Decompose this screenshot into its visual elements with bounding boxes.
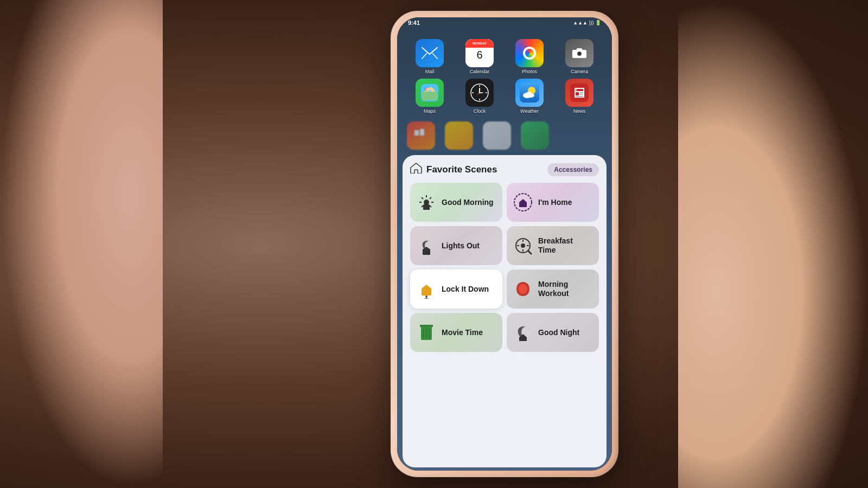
good-morning-icon [417, 192, 436, 212]
ios-homescreen: 9:41 ▲▲▲ ))) 🔋 [397, 17, 612, 471]
svg-rect-54 [422, 325, 431, 326]
photos-icon [515, 39, 544, 67]
im-home-label: I'm Home [538, 198, 572, 207]
news-label: News [573, 108, 586, 114]
scene-tile-movie-time[interactable]: Movie Time [410, 313, 502, 352]
svg-line-37 [430, 206, 431, 207]
app3-2 [445, 121, 473, 150]
weather-label: Weather [520, 108, 539, 114]
movie-time-icon [417, 323, 436, 342]
scene-tile-good-night[interactable]: Good Night [507, 313, 599, 352]
svg-line-38 [430, 197, 431, 199]
svg-rect-29 [414, 130, 419, 136]
svg-point-49 [425, 296, 427, 298]
im-home-icon [513, 192, 533, 212]
photos-label: Photos [522, 69, 537, 74]
bottom-row-scenes: Movie Time [410, 313, 599, 352]
lights-out-label: Lights Out [442, 241, 480, 251]
svg-rect-25 [580, 92, 583, 93]
app-icon-mail[interactable]: Mail [407, 39, 452, 74]
panel-header: Favorite Scenes Accessories [410, 163, 599, 176]
maps-icon: 280 [416, 79, 444, 107]
breakfast-icon [513, 236, 533, 255]
app-icon-clock[interactable]: Clock [457, 79, 502, 114]
morning-workout-icon [513, 279, 533, 299]
good-morning-label: Good Morning [442, 198, 494, 207]
svg-point-22 [526, 92, 532, 96]
svg-text:N: N [575, 88, 577, 91]
app-icon-maps[interactable]: 280 Maps [407, 79, 452, 114]
svg-rect-6 [422, 92, 437, 100]
svg-line-36 [422, 197, 423, 199]
svg-rect-26 [580, 94, 583, 95]
lock-it-down-icon [417, 279, 436, 299]
app-grid: Mail MONDAY 6 Calendar [397, 28, 612, 119]
svg-rect-56 [420, 325, 422, 327]
homekit-panel: Favorite Scenes Accessories [403, 155, 607, 467]
lights-out-icon [417, 236, 436, 255]
app-icon-camera[interactable]: Camera [557, 39, 602, 74]
app3-3 [483, 121, 511, 150]
calendar-label: Calendar [470, 69, 490, 74]
good-night-label: Good Night [538, 328, 579, 337]
mail-label: Mail [425, 69, 435, 74]
morning-workout-label: Morning Workout [538, 280, 592, 298]
app-row-3 [397, 119, 612, 152]
svg-line-39 [422, 206, 423, 207]
svg-line-1 [422, 53, 427, 59]
phone-frame: 9:41 ▲▲▲ ))) 🔋 [391, 11, 618, 477]
scene-grid: Good Morning [410, 183, 599, 309]
svg-rect-24 [576, 92, 579, 95]
svg-rect-27 [576, 96, 583, 97]
svg-line-48 [528, 251, 531, 254]
svg-rect-57 [431, 325, 433, 327]
breakfast-label: Breakfast Time [538, 236, 592, 255]
weather-icon [515, 79, 544, 107]
scene-tile-im-home[interactable]: I'm Home [507, 183, 599, 222]
svg-text:280: 280 [425, 88, 428, 91]
good-night-icon [513, 323, 533, 342]
home-header-icon [410, 163, 422, 176]
svg-line-2 [432, 53, 438, 59]
phone-screen: 9:41 ▲▲▲ ))) 🔋 [397, 17, 612, 471]
mail-icon [416, 39, 444, 67]
panel-title: Favorite Scenes [426, 164, 497, 175]
camera-label: Camera [571, 69, 588, 74]
scene-tile-morning-workout[interactable]: Morning Workout [507, 269, 599, 309]
clock-label: Clock [474, 108, 486, 114]
app3-4 [521, 121, 549, 150]
camera-icon [565, 39, 593, 67]
scene-tile-lock-it-down[interactable]: Lock It Down [410, 269, 502, 309]
app-icon-calendar[interactable]: MONDAY 6 Calendar [457, 39, 502, 74]
status-time: 9:41 [408, 20, 420, 26]
news-icon: N [565, 79, 593, 107]
svg-point-43 [521, 243, 525, 248]
status-bar: 9:41 ▲▲▲ ))) 🔋 [397, 17, 612, 28]
app3-1 [407, 121, 435, 150]
clock-icon [465, 79, 494, 107]
scene-tile-breakfast[interactable]: Breakfast Time [507, 226, 599, 265]
app-icon-news[interactable]: N News [557, 79, 602, 114]
maps-label: Maps [424, 108, 436, 114]
app-icon-photos[interactable]: Photos [507, 39, 552, 74]
scene-tile-lights-out[interactable]: Lights Out [410, 226, 502, 265]
scene-tile-good-morning[interactable]: Good Morning [410, 183, 502, 222]
svg-point-4 [578, 52, 581, 55]
status-icons: ▲▲▲ ))) 🔋 [573, 20, 601, 25]
calendar-icon: MONDAY 6 [465, 39, 494, 67]
svg-rect-30 [420, 129, 424, 136]
phone-container: 9:41 ▲▲▲ ))) 🔋 [315, 0, 694, 488]
panel-title-group: Favorite Scenes [410, 163, 497, 176]
accessories-button[interactable]: Accessories [547, 163, 599, 176]
svg-point-41 [521, 200, 525, 203]
app-icon-weather[interactable]: Weather [507, 79, 552, 114]
movie-time-label: Movie Time [442, 328, 483, 337]
lock-it-down-label: Lock It Down [442, 285, 489, 294]
